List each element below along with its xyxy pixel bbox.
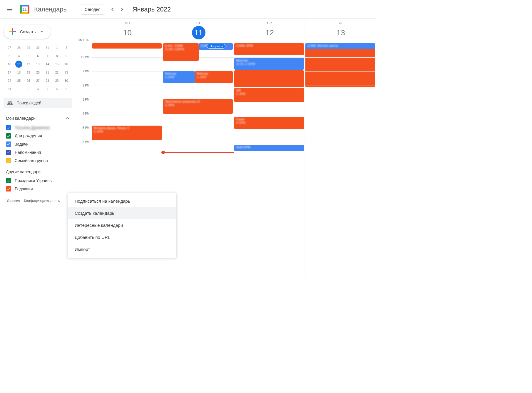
mini-cal-day[interactable]: 4 xyxy=(44,85,51,92)
mini-cal-day[interactable]: 13 xyxy=(34,61,41,68)
calendar-event[interactable] xyxy=(305,43,375,87)
mini-cal-day[interactable]: 30 xyxy=(34,44,41,51)
mini-cal-day[interactable]: 3 xyxy=(6,52,13,59)
mini-cal-day[interactable]: 21 xyxy=(44,69,51,76)
day-column[interactable]: 11AM–3PMМассаж12:15–1:15PMQR2–3PMСуши4–5… xyxy=(234,43,305,278)
calendar-item[interactable]: Татьяна Дриженко xyxy=(5,124,73,132)
calendar-item[interactable]: Задачи xyxy=(5,140,73,148)
mini-cal-day[interactable]: 4 xyxy=(15,52,22,59)
mini-cal-day[interactable]: 28 xyxy=(44,77,51,84)
mini-cal-day[interactable]: 15 xyxy=(53,61,61,68)
calendar-item[interactable]: Напоминания xyxy=(5,148,73,156)
hour-label: 3 PM xyxy=(75,98,92,112)
day-header[interactable]: ПН10 xyxy=(92,19,163,43)
mini-cal-day[interactable]: 31 xyxy=(44,44,51,51)
mini-cal-day[interactable]: 5 xyxy=(25,52,32,59)
mini-cal-day[interactable]: 1 xyxy=(15,85,22,92)
context-menu-item[interactable]: Создать календарь xyxy=(68,207,176,219)
mini-cal-day[interactable]: 22 xyxy=(53,69,61,76)
mini-cal-day[interactable]: 29 xyxy=(53,77,61,84)
checkbox-icon[interactable] xyxy=(6,125,11,130)
mini-cal-day[interactable]: 30 xyxy=(63,77,70,84)
day-header[interactable]: ВТ11 xyxy=(163,19,234,43)
mini-cal-day[interactable]: 17 xyxy=(6,69,13,76)
search-people-input[interactable]: Поиск людей xyxy=(4,98,72,108)
calendar-event[interactable]: QR2–3PM xyxy=(234,88,304,102)
checkbox-icon[interactable] xyxy=(6,133,11,139)
context-menu-item[interactable]: Добавить по URL xyxy=(68,231,176,243)
mini-calendar[interactable]: 2728293031123456789101112131415161718192… xyxy=(2,44,75,93)
mini-cal-day[interactable]: 28 xyxy=(15,44,22,51)
day-of-week-label: ПН xyxy=(92,21,163,25)
mini-cal-day[interactable]: 2 xyxy=(63,44,70,51)
app-logo[interactable]: 11 Календарь xyxy=(16,4,67,15)
calendar-item[interactable]: Дни рождения xyxy=(5,132,73,140)
calendar-event[interactable] xyxy=(234,70,304,87)
mini-cal-day[interactable]: 19 xyxy=(25,69,32,76)
calendar-event[interactable]: 11AM, Фитнес-центр xyxy=(305,43,375,49)
checkbox-icon[interactable] xyxy=(6,150,11,155)
calendar-event[interactable]: Retrosp1–2PM xyxy=(163,71,195,83)
my-calendars-header[interactable]: Мои календари xyxy=(2,113,75,124)
calendar-event[interactable]: в отп. 11AM11:00–1:00PM xyxy=(163,43,199,61)
event-time: 11:00–1:00PM xyxy=(165,48,197,51)
context-menu-item[interactable]: Импорт xyxy=(68,243,176,255)
mini-cal-day[interactable]: 2 xyxy=(25,85,32,92)
mini-cal-day[interactable]: 10 xyxy=(6,61,13,68)
mini-cal-day[interactable]: 3 xyxy=(34,85,41,92)
checkbox-icon[interactable] xyxy=(6,186,11,191)
mini-cal-day[interactable]: 20 xyxy=(34,69,41,76)
checkbox-icon[interactable] xyxy=(6,178,11,183)
mini-cal-day[interactable]: 14 xyxy=(44,61,51,68)
terms-link[interactable]: Условия xyxy=(6,199,20,203)
calendar-item[interactable]: Семейная группа xyxy=(5,156,73,165)
calendar-item[interactable]: Редакция xyxy=(5,185,73,193)
mini-cal-day[interactable]: 7 xyxy=(44,52,51,59)
mini-cal-day[interactable]: 25 xyxy=(15,77,22,84)
mini-cal-day[interactable]: 29 xyxy=(25,44,32,51)
calendar-event[interactable]: Retrosp1–2PM xyxy=(195,71,233,83)
mini-cal-day[interactable]: 5 xyxy=(53,85,61,92)
checkbox-icon[interactable] xyxy=(6,141,11,147)
day-header[interactable]: ЧТ13 xyxy=(305,19,376,43)
create-button[interactable]: Создать xyxy=(4,25,51,39)
event-title: Встреча Даша, Леша, С xyxy=(94,126,160,130)
mini-cal-day[interactable]: 27 xyxy=(34,77,41,84)
checkbox-icon[interactable] xyxy=(6,158,11,163)
event-title: 11AM, Фитнес-центр xyxy=(307,44,373,48)
mini-cal-day[interactable]: 18 xyxy=(15,69,22,76)
event-chip[interactable]: Вопросы xyxy=(207,44,225,49)
privacy-link[interactable]: Конфиденциальность xyxy=(24,199,60,203)
calendar-event[interactable]: Встреча Даша, Леша, С5–6PM xyxy=(92,126,162,140)
main-menu-button[interactable] xyxy=(2,2,16,16)
mini-cal-day[interactable]: 6 xyxy=(34,52,41,59)
calendar-event[interactable]: 11AM–3PM xyxy=(234,43,304,55)
day-number-today: 11 xyxy=(192,26,205,39)
calendar-item[interactable]: Праздники Украины xyxy=(5,176,73,185)
mini-cal-day[interactable]: 24 xyxy=(6,77,13,84)
next-period-button[interactable] xyxy=(117,5,127,14)
mini-cal-day[interactable]: 6 xyxy=(63,85,70,92)
mini-cal-day[interactable]: 12 xyxy=(25,61,32,68)
day-header[interactable]: СР12 xyxy=(234,19,305,43)
mini-cal-day[interactable]: 26 xyxy=(25,77,32,84)
today-button[interactable]: Сегодня xyxy=(81,4,104,15)
calendar-event[interactable] xyxy=(92,43,162,49)
calendar-event[interactable]: Суши4–5PM xyxy=(234,117,304,129)
other-calendars-header[interactable]: Другие календари xyxy=(2,167,75,176)
context-menu-item[interactable]: Интересные календари xyxy=(68,219,176,231)
context-menu-item[interactable]: Подписаться на календарь xyxy=(68,195,176,207)
mini-cal-day[interactable]: 31 xyxy=(6,85,13,92)
mini-cal-day[interactable]: 1 xyxy=(53,44,61,51)
mini-cal-day[interactable]: 9 xyxy=(63,52,70,59)
calendar-event[interactable]: Gold 6PM xyxy=(234,145,304,151)
mini-cal-day[interactable]: 8 xyxy=(53,52,61,59)
prev-period-button[interactable] xyxy=(108,5,117,14)
day-column[interactable]: 11AM, Фитнес-центр xyxy=(305,43,376,278)
mini-cal-day[interactable]: 16 xyxy=(63,61,70,68)
mini-cal-day[interactable]: 11 xyxy=(15,61,22,68)
mini-cal-day[interactable]: 27 xyxy=(6,44,13,51)
calendar-event[interactable]: Протоколи суланvarо D3–4PM xyxy=(163,99,233,114)
calendar-event[interactable]: Массаж12:15–1:15PM xyxy=(234,58,304,70)
mini-cal-day[interactable]: 23 xyxy=(63,69,70,76)
